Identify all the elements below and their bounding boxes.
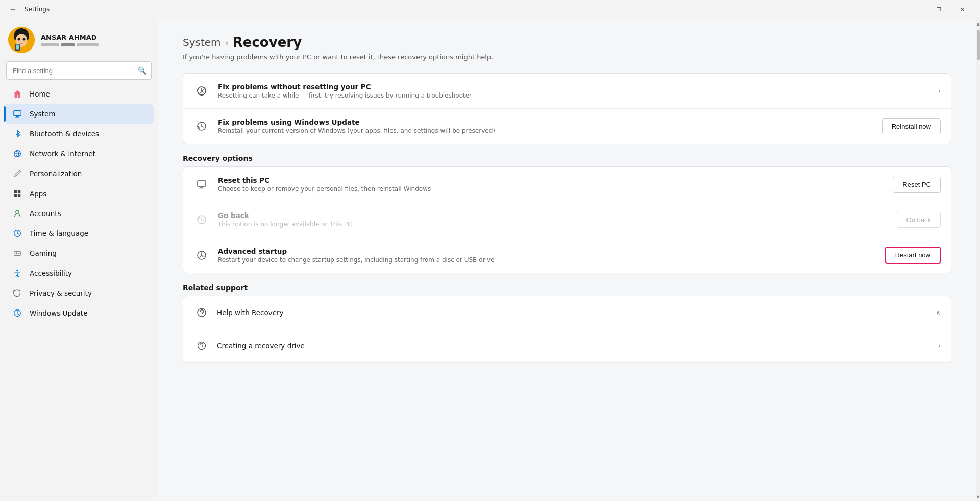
system-icon (12, 109, 22, 119)
reset-pc-icon (193, 176, 210, 193)
advanced-startup-title: Advanced startup (218, 247, 877, 255)
scrollbar-thumb-track (976, 28, 980, 493)
reset-pc-text: Reset this PCChoose to keep or remove yo… (218, 176, 885, 193)
sidebar-item-bluetooth[interactable]: Bluetooth & devices (4, 124, 154, 144)
svg-point-20 (16, 270, 18, 272)
sidebar-item-privacy[interactable]: Privacy & security (4, 283, 154, 303)
svg-rect-15 (14, 194, 17, 197)
window-controls: — ❐ ✕ (903, 0, 974, 18)
help-recovery-chevron-icon: ∧ (936, 308, 941, 317)
sidebar-item-system[interactable]: System (4, 104, 154, 124)
card-item-fix-problems[interactable]: Fix problems without resetting your PCRe… (183, 74, 951, 109)
recovery-options-header: Recovery options (183, 154, 951, 162)
breadcrumb: System › Recovery (183, 35, 951, 50)
sidebar-item-label-apps: Apps (30, 189, 46, 198)
sidebar-item-apps[interactable]: Apps (4, 184, 154, 203)
sidebar-item-label-accounts: Accounts (30, 209, 61, 218)
svg-rect-26 (199, 188, 204, 188)
breadcrumb-separator: › (225, 37, 229, 48)
sidebar-item-label-time: Time & language (30, 229, 88, 237)
svg-point-17 (16, 210, 19, 213)
fix-problems-icon (193, 83, 210, 99)
restore-button[interactable]: ❐ (927, 0, 950, 18)
advanced-startup-text: Advanced startupRestart your device to c… (218, 247, 877, 264)
time-icon (12, 228, 22, 238)
page-subtitle: If you're having problems with your PC o… (183, 53, 951, 61)
fix-problems-title: Fix problems without resetting your PC (218, 83, 929, 91)
bluetooth-icon (12, 129, 22, 139)
sidebar-item-accounts[interactable]: Accounts (4, 204, 154, 223)
advanced-startup-button[interactable]: Restart now (885, 247, 941, 264)
support-item-creating-recovery-drive[interactable]: Creating a recovery drive› (183, 329, 951, 363)
card-item-go-back: Go backThis option is no longer availabl… (183, 202, 951, 237)
svg-rect-9 (14, 111, 21, 116)
recovery-options-card: Reset this PCChoose to keep or remove yo… (183, 166, 951, 273)
svg-point-32 (201, 348, 202, 348)
minimize-button[interactable]: — (903, 0, 927, 18)
fix-windows-update-desc: Reinstall your current version of Window… (218, 127, 874, 134)
go-back-icon (193, 211, 210, 228)
related-support-card: Help with Recovery∧Creating a recovery d… (183, 296, 951, 363)
nav-list: HomeSystemBluetooth & devicesNetwork & i… (0, 84, 158, 323)
accounts-icon (12, 208, 22, 219)
support-item-help-recovery[interactable]: Help with Recovery∧ (183, 296, 951, 329)
search-input[interactable] (6, 61, 152, 80)
user-profile: ANSAR AHMAD (0, 18, 158, 59)
avatar (8, 27, 35, 53)
user-info: ANSAR AHMAD (41, 34, 99, 46)
back-button[interactable]: ← (6, 2, 20, 16)
sidebar-item-personalization[interactable]: Personalization (4, 164, 154, 183)
app-body: ANSAR AHMAD 🔍 HomeSystemBluetooth & devi… (0, 18, 980, 501)
scroll-down-arrow[interactable]: ▼ (976, 493, 980, 501)
sidebar-item-label-network: Network & internet (30, 150, 95, 158)
sidebar-item-label-windows_update: Windows Update (30, 309, 87, 317)
sidebar: ANSAR AHMAD 🔍 HomeSystemBluetooth & devi… (0, 18, 158, 501)
sidebar-item-label-personalization: Personalization (30, 170, 82, 178)
search-box: 🔍 (6, 61, 152, 80)
svg-point-6 (23, 38, 26, 41)
sidebar-item-label-bluetooth: Bluetooth & devices (30, 130, 99, 138)
card-item-reset-pc: Reset this PCChoose to keep or remove yo… (183, 167, 951, 202)
windows_update-icon (12, 308, 22, 318)
sidebar-item-gaming[interactable]: Gaming (4, 244, 154, 263)
sidebar-item-windows_update[interactable]: Windows Update (4, 303, 154, 323)
titlebar: ← Settings — ❐ ✕ (0, 0, 980, 18)
svg-rect-14 (18, 190, 20, 193)
advanced-startup-icon (193, 247, 210, 264)
apps-icon (12, 188, 22, 199)
svg-point-5 (18, 38, 20, 41)
titlebar-title: Settings (24, 6, 50, 13)
creating-recovery-drive-label: Creating a recovery drive (217, 342, 930, 350)
scrollbar-thumb[interactable] (977, 30, 980, 60)
fix-windows-update-text: Fix problems using Windows UpdateReinsta… (218, 118, 874, 134)
fix-windows-update-button[interactable]: Reinstall now (882, 118, 941, 134)
privacy-icon (12, 288, 22, 298)
scroll-up-arrow[interactable]: ▲ (976, 19, 980, 28)
related-support-header: Related support (183, 283, 951, 292)
svg-rect-13 (14, 190, 17, 193)
go-back-text: Go backThis option is no longer availabl… (218, 211, 889, 228)
user-name: ANSAR AHMAD (41, 34, 99, 41)
main-content: System › Recovery If you're having probl… (158, 18, 976, 501)
breadcrumb-current: Recovery (233, 35, 302, 50)
svg-rect-25 (200, 187, 203, 188)
go-back-button: Go back (897, 212, 941, 228)
close-button[interactable]: ✕ (950, 0, 974, 18)
go-back-desc: This option is no longer available on th… (218, 221, 889, 228)
fix-problems-desc: Resetting can take a while — first, try … (218, 92, 929, 99)
home-icon (12, 89, 22, 99)
fix-problems-chevron-icon: › (938, 87, 941, 95)
sidebar-item-label-system: System (30, 110, 55, 118)
reset-pc-button[interactable]: Reset PC (893, 177, 941, 193)
breadcrumb-system: System (183, 36, 221, 49)
sidebar-item-home[interactable]: Home (4, 84, 154, 104)
sidebar-item-accessibility[interactable]: Accessibility (4, 264, 154, 283)
creating-recovery-drive-icon (193, 338, 210, 354)
sidebar-item-time[interactable]: Time & language (4, 224, 154, 243)
sidebar-item-network[interactable]: Network & internet (4, 144, 154, 163)
bar1 (41, 43, 59, 46)
fix-windows-update-icon (193, 118, 210, 134)
fix-problems-text: Fix problems without resetting your PCRe… (218, 83, 929, 99)
advanced-startup-desc: Restart your device to change startup se… (218, 256, 877, 264)
sidebar-item-label-accessibility: Accessibility (30, 269, 72, 277)
